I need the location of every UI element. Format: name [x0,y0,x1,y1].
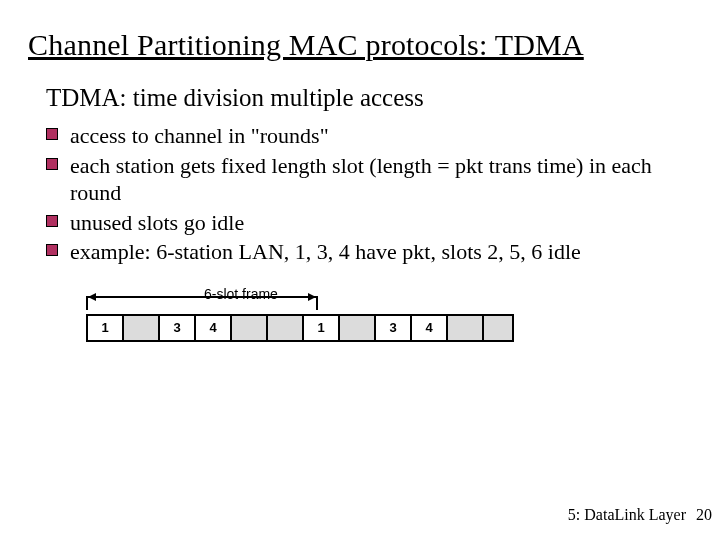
bullet-item: example: 6-station LAN, 1, 3, 4 have pkt… [46,238,692,266]
slide-title: Channel Partitioning MAC protocols: TDMA [28,28,692,62]
slot-idle [124,316,160,340]
slot-idle [448,316,484,340]
slot-idle [340,316,376,340]
slide: Channel Partitioning MAC protocols: TDMA… [0,0,720,540]
slot-used: 1 [88,316,124,340]
slot-idle [268,316,304,340]
tdma-diagram: 6-slot frame 134134 [86,286,556,356]
bullet-item: unused slots go idle [46,209,692,237]
slot-used: 3 [376,316,412,340]
frame-brace [86,296,318,310]
footer-chapter: 5: DataLink Layer [568,506,686,524]
footer-page-number: 20 [696,506,712,524]
brace-right-arrow-icon [308,293,316,301]
slot-used: 1 [304,316,340,340]
slot-used: 3 [160,316,196,340]
slot-idle [232,316,268,340]
bullet-list: access to channel in "rounds" each stati… [46,122,692,266]
bullet-item: access to channel in "rounds" [46,122,692,150]
slot-used: 4 [196,316,232,340]
bullet-item: each station gets fixed length slot (len… [46,152,692,207]
brace-right-tick [316,296,318,310]
brace-left-arrow-icon [88,293,96,301]
slot-strip: 134134 [86,314,514,342]
slide-subtitle: TDMA: time division multiple access [46,84,692,112]
slot-used: 4 [412,316,448,340]
slot-idle [484,316,514,340]
